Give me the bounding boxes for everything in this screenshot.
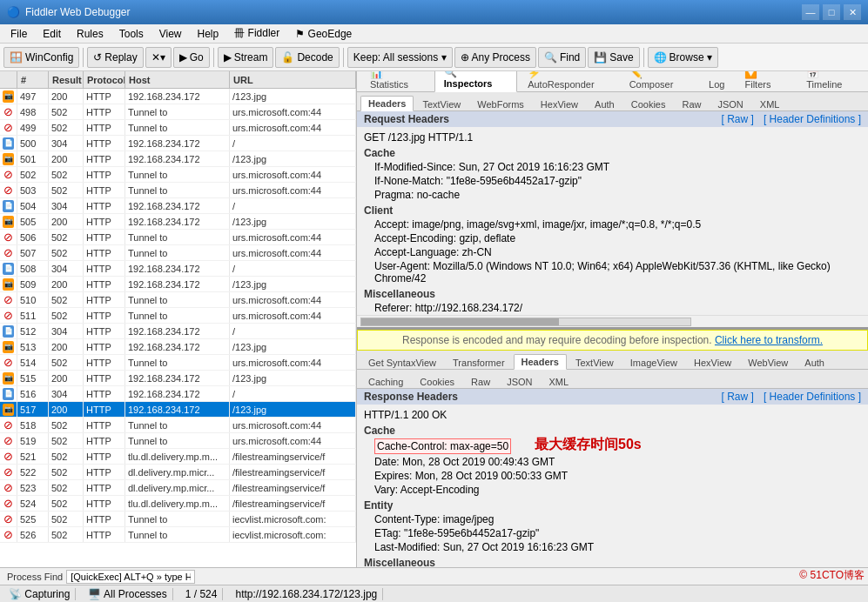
table-row[interactable]: ⊘ 507 502 HTTP Tunnel to urs.microsoft.c…	[0, 245, 356, 261]
resp-tab-webview[interactable]: WebView	[740, 355, 796, 370]
table-row[interactable]: ⊘ 523 502 HTTP dl.delivery.mp.micr... /f…	[0, 480, 356, 496]
stream-button[interactable]: ▶ Stream	[218, 47, 274, 68]
table-row[interactable]: ⊘ 525 502 HTTP Tunnel to iecvlist.micros…	[0, 512, 356, 527]
tab-log[interactable]: Log	[699, 76, 734, 92]
restore-button[interactable]: □	[823, 4, 840, 20]
tab-filters[interactable]: 🔽 Filters	[735, 71, 796, 92]
any-process-button[interactable]: ⊕ Any Process	[454, 47, 536, 68]
table-row[interactable]: 📄 512 304 HTTP 192.168.234.172 /	[0, 324, 356, 339]
table-row[interactable]: 📄 500 304 HTTP 192.168.234.172 /	[0, 136, 356, 151]
req-tab-raw[interactable]: Raw	[674, 97, 709, 111]
table-row[interactable]: ⊘ 506 502 HTTP Tunnel to urs.microsoft.c…	[0, 230, 356, 245]
menu-file[interactable]: File	[3, 26, 34, 42]
resp-btab-xml[interactable]: XML	[541, 374, 576, 389]
table-row[interactable]: ⊘ 514 502 HTTP Tunnel to urs.microsoft.c…	[0, 355, 356, 371]
go-button[interactable]: ▶ Go	[173, 47, 210, 68]
table-row[interactable]: ⊘ 518 502 HTTP Tunnel to urs.microsoft.c…	[0, 418, 356, 433]
table-row[interactable]: 📷 505 200 HTTP 192.168.234.172 /123.jpg	[0, 214, 356, 230]
table-row[interactable]: 📄 508 304 HTTP 192.168.234.172 /	[0, 261, 356, 277]
resp-tab-textview[interactable]: TextView	[568, 355, 622, 370]
tab-inspectors[interactable]: 🔍 Inspectors	[434, 71, 517, 92]
table-row[interactable]: 📷 517 200 HTTP 192.168.234.172 /123.jpg	[0, 402, 356, 418]
resp-tab-syntaxview[interactable]: Get SyntaxView	[360, 355, 444, 370]
req-tab-hexview[interactable]: HexView	[533, 97, 586, 111]
request-horiz-scroll[interactable]	[357, 315, 868, 327]
resp-cache-control: Cache-Control: max-age=50 最大缓存时间50s	[360, 438, 865, 455]
table-row[interactable]: ⊘ 519 502 HTTP Tunnel to urs.microsoft.c…	[0, 433, 356, 449]
resp-tab-headers[interactable]: Headers	[514, 354, 567, 370]
menu-rules[interactable]: Rules	[70, 26, 111, 42]
process-find-input[interactable]	[66, 570, 195, 584]
session-protocol: HTTP	[84, 402, 125, 417]
table-row[interactable]: 📷 509 200 HTTP 192.168.234.172 /123.jpg	[0, 277, 356, 292]
table-row[interactable]: ⊘ 522 502 HTTP dl.delivery.mp.micr... /f…	[0, 465, 356, 480]
remove-button[interactable]: ✕▾	[145, 47, 172, 68]
table-row[interactable]: 📷 513 200 HTTP 192.168.234.172 /123.jpg	[0, 339, 356, 355]
menu-tools[interactable]: Tools	[112, 26, 151, 42]
req-raw-link[interactable]: [ Raw ]	[722, 113, 754, 125]
table-row[interactable]: ⊘ 503 502 HTTP Tunnel to urs.microsoft.c…	[0, 183, 356, 198]
table-row[interactable]: 📷 501 200 HTTP 192.168.234.172 /123.jpg	[0, 151, 356, 167]
resp-header-defs-link[interactable]: [ Header Definitions ]	[764, 391, 861, 403]
resp-btab-json[interactable]: JSON	[499, 374, 540, 389]
req-tab-auth[interactable]: Auth	[587, 97, 622, 111]
resp-btab-raw[interactable]: Raw	[463, 374, 498, 389]
session-host: dl.delivery.mp.micr...	[125, 480, 230, 495]
table-row[interactable]: ⊘ 521 502 HTTP tlu.dl.delivery.mp.m... /…	[0, 449, 356, 465]
resp-tab-auth[interactable]: Auth	[797, 355, 832, 370]
resp-tab-hexview[interactable]: HexView	[686, 355, 739, 370]
table-row[interactable]: ⊘ 524 502 HTTP tlu.dl.delivery.mp.m... /…	[0, 496, 356, 512]
col-url[interactable]: URL	[230, 71, 356, 88]
session-icon: ⊘	[0, 308, 17, 323]
req-tab-webforms[interactable]: WebForms	[469, 97, 532, 111]
find-button[interactable]: 🔍 Find	[538, 47, 586, 68]
browse-button[interactable]: 🌐 Browse ▾	[648, 47, 718, 68]
warning-banner[interactable]: Response is encoded and may require deco…	[357, 330, 868, 351]
req-header-defs-link[interactable]: [ Header Definitions ]	[764, 113, 861, 125]
menu-edit[interactable]: Edit	[36, 26, 68, 42]
col-num[interactable]: #	[17, 71, 49, 88]
resp-tab-imageview[interactable]: ImageView	[622, 355, 685, 370]
req-tab-headers[interactable]: Headers	[360, 96, 414, 111]
table-row[interactable]: ⊘ 510 502 HTTP Tunnel to urs.microsoft.c…	[0, 292, 356, 308]
minimize-button[interactable]: —	[802, 4, 819, 20]
col-result[interactable]: Result	[49, 71, 84, 88]
close-button[interactable]: ✕	[844, 4, 861, 20]
tab-composer[interactable]: ✏️ Composer	[620, 71, 698, 92]
decode-button[interactable]: 🔓 Decode	[275, 47, 339, 68]
tab-statistics[interactable]: 📊 Statistics	[360, 71, 434, 92]
table-row[interactable]: ⊘ 511 502 HTTP Tunnel to urs.microsoft.c…	[0, 308, 356, 324]
keep-sessions-dropdown[interactable]: Keep: All sessions ▾	[347, 47, 453, 68]
session-host: Tunnel to	[125, 245, 230, 260]
table-row[interactable]: 📄 516 304 HTTP 192.168.234.172 /	[0, 386, 356, 402]
winconfig-button[interactable]: 🪟 WinConfig	[3, 47, 79, 68]
col-host[interactable]: Host	[125, 71, 230, 88]
replay-button[interactable]: ↺ Replay	[87, 47, 143, 68]
req-tab-textview[interactable]: TextView	[414, 97, 468, 111]
table-row[interactable]: 📷 497 200 HTTP 192.168.234.172 /123.jpg	[0, 89, 356, 104]
col-protocol[interactable]: Protocol	[84, 71, 125, 88]
table-row[interactable]: ⊘ 499 502 HTTP Tunnel to urs.microsoft.c…	[0, 120, 356, 136]
save-button[interactable]: 💾 Save	[588, 47, 639, 68]
session-url: /filestreamingservice/f	[230, 496, 356, 511]
req-tab-json[interactable]: JSON	[710, 97, 750, 111]
table-row[interactable]: ⊘ 526 502 HTTP Tunnel to iecvlist.micros…	[0, 527, 356, 543]
tab-autoresponder[interactable]: ⚡ AutoResponder	[518, 71, 618, 92]
transform-link[interactable]: Click here to transform.	[715, 334, 823, 346]
req-tab-cookies[interactable]: Cookies	[623, 97, 674, 111]
menu-fiddler[interactable]: 冊 Fiddler	[227, 24, 286, 43]
resp-raw-link[interactable]: [ Raw ]	[722, 391, 754, 403]
menu-geoedge[interactable]: ⚑ GeoEdge	[288, 26, 359, 42]
table-row[interactable]: 📄 504 304 HTTP 192.168.234.172 /	[0, 198, 356, 214]
table-row[interactable]: ⊘ 502 502 HTTP Tunnel to urs.microsoft.c…	[0, 167, 356, 183]
req-tab-xml[interactable]: XML	[752, 97, 788, 111]
tab-timeline[interactable]: 📅 Timeline	[797, 71, 867, 92]
resp-btab-caching[interactable]: Caching	[360, 374, 411, 389]
resp-tab-transformer[interactable]: Transformer	[445, 355, 513, 370]
resp-btab-cookies[interactable]: Cookies	[412, 374, 462, 389]
table-row[interactable]: 📷 515 200 HTTP 192.168.234.172 /123.jpg	[0, 371, 356, 386]
menu-help[interactable]: Help	[191, 26, 226, 42]
table-row[interactable]: ⊘ 498 502 HTTP Tunnel to urs.microsoft.c…	[0, 104, 356, 120]
session-id: 516	[17, 386, 49, 401]
menu-view[interactable]: View	[152, 26, 189, 42]
